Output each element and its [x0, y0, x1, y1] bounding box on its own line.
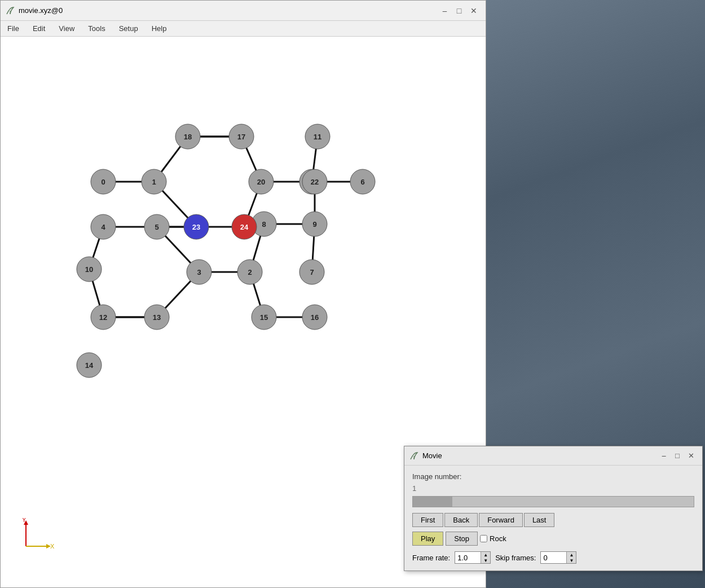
atom-0[interactable]: 0 — [91, 169, 116, 194]
frame-rate-down[interactable]: ▼ — [481, 558, 490, 563]
atom-2[interactable]: 2 — [237, 260, 262, 284]
atom-label-15: 15 — [260, 313, 268, 322]
feather-icon — [5, 6, 15, 16]
atom-3[interactable]: 3 — [187, 260, 211, 284]
back-button[interactable]: Back — [444, 513, 478, 527]
menu-item-edit[interactable]: Edit — [30, 23, 47, 34]
atom-23[interactable]: 23 — [184, 214, 209, 239]
atom-15[interactable]: 15 — [252, 305, 276, 330]
skip-frames-label: Skip frames: — [495, 554, 536, 562]
atom-22[interactable]: 22 — [302, 169, 327, 194]
window-title: movie.xyz@0 — [19, 6, 437, 15]
skip-frames-arrows: ▲ ▼ — [566, 552, 576, 563]
skip-frames-down[interactable]: ▼ — [567, 558, 576, 563]
molecule-view: 01234567891011121314151617181920222324 — [46, 82, 395, 403]
movie-feather-icon — [409, 451, 419, 461]
minimize-button[interactable]: ‒ — [437, 3, 452, 18]
frame-rate-arrows: ▲ ▼ — [481, 552, 490, 563]
atom-label-0: 0 — [101, 178, 105, 186]
atom-17[interactable]: 17 — [229, 124, 254, 149]
frame-rate-row: Frame rate: ▲ ▼ Skip frames: ▲ ▼ — [412, 551, 694, 564]
movie-close-button[interactable]: ✕ — [684, 449, 698, 463]
rock-label: Rock — [490, 534, 506, 543]
frame-rate-label: Frame rate: — [412, 554, 450, 562]
skip-frames-spinner[interactable]: ▲ ▼ — [540, 551, 576, 564]
svg-text:X: X — [50, 543, 55, 550]
atom-14[interactable]: 14 — [77, 353, 102, 378]
atom-label-10: 10 — [85, 265, 93, 274]
rock-checkbox-label[interactable]: Rock — [480, 534, 506, 543]
menu-item-help[interactable]: Help — [149, 23, 169, 34]
stop-button[interactable]: Stop — [446, 532, 478, 546]
atom-label-12: 12 — [99, 313, 107, 322]
first-button[interactable]: First — [412, 513, 443, 527]
forward-button[interactable]: Forward — [479, 513, 523, 527]
menu-item-setup[interactable]: Setup — [117, 23, 140, 34]
title-bar: movie.xyz@0 ‒ □ ✕ — [1, 1, 486, 21]
progress-bar-fill — [413, 497, 452, 507]
frame-rate-spinner[interactable]: ▲ ▼ — [455, 551, 491, 564]
skip-frames-input[interactable] — [541, 552, 566, 563]
atom-7[interactable]: 7 — [299, 260, 324, 284]
atom-label-5: 5 — [155, 223, 158, 231]
movie-panel-title: Movie — [422, 451, 657, 460]
atom-16[interactable]: 16 — [302, 305, 327, 330]
svg-text:Y: Y — [22, 518, 27, 523]
atom-label-18: 18 — [184, 133, 192, 141]
atom-12[interactable]: 12 — [91, 305, 116, 330]
atom-label-16: 16 — [311, 313, 319, 322]
rock-checkbox[interactable] — [480, 535, 487, 542]
atom-24[interactable]: 24 — [232, 214, 257, 239]
movie-content: Image number: 1 FirstBackForwardLast Pla… — [404, 466, 702, 571]
atom-label-24: 24 — [240, 223, 249, 231]
atom-13[interactable]: 13 — [144, 305, 169, 330]
image-number-label: Image number: — [412, 472, 694, 481]
atom-label-17: 17 — [237, 133, 245, 141]
atom-1[interactable]: 1 — [142, 169, 166, 194]
menu-item-tools[interactable]: Tools — [86, 23, 107, 34]
atom-label-23: 23 — [192, 223, 200, 231]
atom-label-11: 11 — [314, 133, 321, 141]
movie-maximize-button[interactable]: □ — [671, 449, 684, 463]
progress-bar[interactable] — [412, 496, 694, 507]
atom-label-3: 3 — [197, 268, 201, 277]
atom-label-9: 9 — [312, 220, 316, 229]
menu-item-view[interactable]: View — [56, 23, 77, 34]
last-button[interactable]: Last — [524, 513, 555, 527]
movie-minimize-button[interactable]: ‒ — [657, 449, 671, 463]
atom-11[interactable]: 11 — [305, 124, 330, 149]
coordinate-axes: Y X — [17, 518, 57, 554]
atom-label-14: 14 — [85, 361, 94, 370]
menu-bar: FileEditViewToolsSetupHelp — [1, 21, 486, 37]
frame-rate-up[interactable]: ▲ — [481, 552, 490, 558]
atom-5[interactable]: 5 — [144, 214, 169, 239]
atom-20[interactable]: 20 — [249, 169, 274, 194]
image-number-value: 1 — [412, 484, 694, 493]
navigation-buttons: FirstBackForwardLast — [412, 513, 694, 527]
atom-label-4: 4 — [101, 223, 105, 231]
close-button[interactable]: ✕ — [466, 3, 481, 18]
atom-label-1: 1 — [152, 178, 156, 186]
atom-6[interactable]: 6 — [350, 169, 375, 194]
atom-18[interactable]: 18 — [175, 124, 200, 149]
atom-9[interactable]: 9 — [302, 212, 327, 236]
frame-rate-input[interactable] — [455, 552, 481, 563]
movie-panel: Movie ‒ □ ✕ Image number: 1 FirstBackFor… — [404, 446, 703, 571]
atom-label-20: 20 — [257, 178, 265, 186]
play-button[interactable]: Play — [412, 532, 443, 546]
atom-10[interactable]: 10 — [77, 257, 102, 282]
atom-label-2: 2 — [248, 268, 252, 277]
movie-title-bar: Movie ‒ □ ✕ — [404, 446, 702, 466]
skip-frames-up[interactable]: ▲ — [567, 552, 576, 558]
maximize-button[interactable]: □ — [452, 3, 466, 18]
atom-label-7: 7 — [310, 268, 314, 277]
atom-label-22: 22 — [311, 178, 319, 186]
atom-label-8: 8 — [262, 220, 266, 229]
menu-item-file[interactable]: File — [5, 23, 21, 34]
atom-label-6: 6 — [360, 178, 364, 186]
playback-controls: Play Stop Rock — [412, 532, 694, 546]
atom-label-13: 13 — [153, 313, 161, 322]
atom-4[interactable]: 4 — [91, 214, 116, 239]
